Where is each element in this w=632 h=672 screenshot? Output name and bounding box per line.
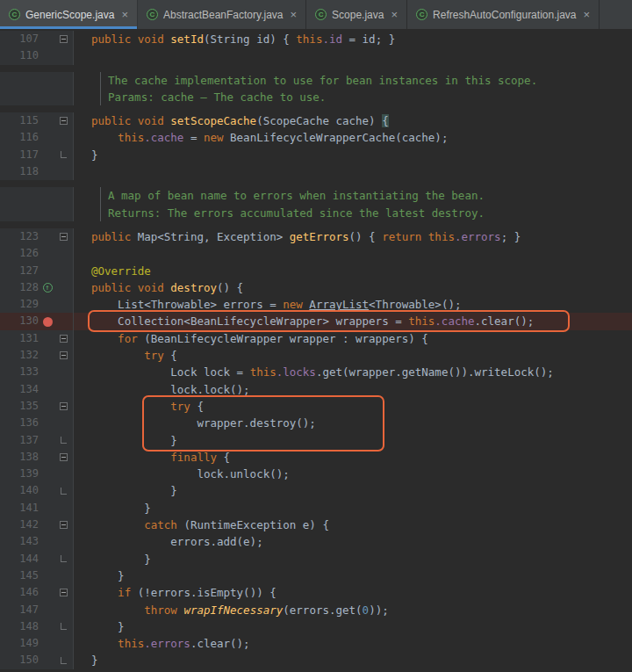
gutter: 142 bbox=[0, 517, 74, 533]
fold-collapse-icon[interactable] bbox=[60, 402, 68, 410]
line-number: 149 bbox=[0, 635, 39, 652]
gutter: 143 bbox=[0, 533, 74, 550]
code-line[interactable]: 134 lock.lock(); bbox=[0, 381, 632, 398]
doc-comment-line[interactable]: Params: cache – The cache to use. bbox=[0, 89, 632, 105]
close-icon[interactable]: × bbox=[121, 8, 128, 21]
gutter: 144 bbox=[0, 551, 74, 567]
gutter: 140 bbox=[0, 482, 74, 499]
gutter: 118 bbox=[0, 163, 74, 180]
code-line[interactable]: 116 this.cache = new BeanLifecycleWrappe… bbox=[0, 129, 632, 146]
code-line[interactable]: 140 } bbox=[0, 482, 632, 499]
code-line[interactable]: 115public void setScopeCache(ScopeCache … bbox=[0, 112, 632, 129]
gutter: 115 bbox=[0, 112, 74, 129]
tab-abstractbeanfactory-java[interactable]: CAbstractBeanFactory.java× bbox=[138, 0, 306, 29]
code-line[interactable]: 123public Map<String, Exception> getErro… bbox=[0, 228, 632, 245]
code-line[interactable]: 127@Override bbox=[0, 263, 632, 279]
fold-collapse-icon[interactable] bbox=[60, 35, 68, 43]
gutter: 127 bbox=[0, 263, 74, 279]
gutter: 128↑ bbox=[0, 279, 74, 296]
override-method-icon[interactable]: ↑ bbox=[43, 283, 53, 293]
code-line[interactable]: 128↑public void destroy() { bbox=[0, 279, 632, 296]
code-line[interactable]: 143 errors.add(e); bbox=[0, 533, 632, 550]
code-line[interactable]: 118 bbox=[0, 163, 632, 180]
line-number: 128 bbox=[0, 279, 39, 296]
gutter: 130 bbox=[0, 313, 74, 329]
line-number: 133 bbox=[0, 364, 39, 380]
tab-label: RefreshAutoConfiguration.java bbox=[433, 9, 576, 21]
doc-comment-line[interactable]: A map of bean name to errors when instan… bbox=[0, 187, 632, 204]
gutter: 148 bbox=[0, 618, 74, 635]
line-number: 142 bbox=[0, 517, 39, 533]
line-number: 145 bbox=[0, 567, 39, 584]
tab-scope-java[interactable]: CScope.java× bbox=[306, 0, 407, 29]
line-number: 148 bbox=[0, 618, 39, 635]
code-line[interactable]: 110 bbox=[0, 47, 632, 64]
line-number: 123 bbox=[0, 228, 39, 245]
line-number: 137 bbox=[0, 432, 39, 449]
line-number: 136 bbox=[0, 415, 39, 431]
code-line[interactable]: 135 try { bbox=[0, 398, 632, 415]
tab-label: AbstractBeanFactory.java bbox=[163, 9, 284, 21]
fold-end-icon[interactable] bbox=[61, 623, 67, 630]
gutter bbox=[0, 89, 74, 105]
gutter bbox=[0, 72, 74, 89]
code-line[interactable]: 107public void setId(String id) { this.i… bbox=[0, 31, 632, 47]
doc-comment-text: A map of bean name to errors when instan… bbox=[100, 187, 485, 204]
gutter: 146 bbox=[0, 584, 74, 601]
fold-collapse-icon[interactable] bbox=[60, 453, 68, 461]
line-number: 140 bbox=[0, 482, 39, 499]
code-line[interactable]: 149 this.errors.clear(); bbox=[0, 635, 632, 652]
fold-end-icon[interactable] bbox=[61, 555, 67, 562]
code-line[interactable]: 138 finally { bbox=[0, 449, 632, 466]
fold-end-icon[interactable] bbox=[61, 657, 67, 664]
doc-comment-line[interactable]: The cache implementation to use for bean… bbox=[0, 72, 632, 89]
code-line[interactable]: 147 throw wrapIfNecessary(errors.get(0))… bbox=[0, 602, 632, 618]
code-line[interactable]: 150} bbox=[0, 652, 632, 668]
fold-collapse-icon[interactable] bbox=[60, 335, 68, 343]
code-line[interactable]: 133 Lock lock = this.locks.get(wrapper.g… bbox=[0, 364, 632, 380]
fold-end-icon[interactable] bbox=[61, 488, 67, 495]
editor[interactable]: 107public void setId(String id) { this.i… bbox=[0, 29, 632, 672]
gutter: 149 bbox=[0, 635, 74, 652]
fold-end-icon[interactable] bbox=[61, 151, 67, 158]
fold-collapse-icon[interactable] bbox=[60, 521, 68, 529]
gutter: 141 bbox=[0, 500, 74, 517]
code-line[interactable]: 117} bbox=[0, 147, 632, 163]
gutter: 116 bbox=[0, 129, 74, 146]
class-icon: C bbox=[315, 9, 327, 20]
code-line[interactable]: 146 if (!errors.isEmpty()) { bbox=[0, 584, 632, 601]
class-icon: C bbox=[9, 9, 20, 20]
code-line[interactable]: 131 for (BeanLifecycleWrapper wrapper : … bbox=[0, 330, 632, 347]
tab-refreshautoconfiguration-java[interactable]: CRefreshAutoConfiguration.java× bbox=[407, 0, 600, 29]
close-icon[interactable]: × bbox=[291, 8, 298, 21]
doc-comment-line[interactable]: Returns: The errors accumulated since th… bbox=[0, 205, 632, 221]
code-line[interactable]: 130 Collection<BeanLifecycleWrapper> wra… bbox=[0, 313, 632, 329]
tab-genericscope-java[interactable]: CGenericScope.java× bbox=[0, 0, 138, 29]
breakpoint-icon[interactable] bbox=[43, 317, 53, 327]
fold-collapse-icon[interactable] bbox=[60, 117, 68, 125]
class-icon: C bbox=[416, 9, 427, 20]
line-number: 131 bbox=[0, 330, 39, 347]
code-line[interactable]: 137 } bbox=[0, 432, 632, 449]
code-line[interactable]: 145 } bbox=[0, 567, 632, 584]
line-number: 130 bbox=[0, 313, 39, 329]
code-line[interactable]: 136 wrapper.destroy(); bbox=[0, 415, 632, 431]
fold-collapse-icon[interactable] bbox=[60, 351, 68, 359]
code-line[interactable]: 144 } bbox=[0, 551, 632, 567]
gutter: 136 bbox=[0, 415, 74, 431]
close-icon[interactable]: × bbox=[584, 8, 591, 21]
code-line[interactable]: 139 lock.unlock(); bbox=[0, 466, 632, 482]
code-line[interactable]: 132 try { bbox=[0, 347, 632, 364]
gutter: 129 bbox=[0, 296, 74, 313]
code-line[interactable]: 148 } bbox=[0, 618, 632, 635]
close-icon[interactable]: × bbox=[391, 8, 398, 21]
code-line[interactable]: 141 } bbox=[0, 500, 632, 517]
code-line[interactable]: 142 catch (RuntimeException e) { bbox=[0, 517, 632, 533]
line-number: 118 bbox=[0, 163, 39, 180]
code-line[interactable]: 129 List<Throwable> errors = new ArrayLi… bbox=[0, 296, 632, 313]
fold-collapse-icon[interactable] bbox=[60, 233, 68, 241]
gutter: 133 bbox=[0, 364, 74, 380]
fold-collapse-icon[interactable] bbox=[60, 589, 68, 596]
fold-end-icon[interactable] bbox=[61, 437, 67, 444]
code-line[interactable]: 126 bbox=[0, 245, 632, 262]
